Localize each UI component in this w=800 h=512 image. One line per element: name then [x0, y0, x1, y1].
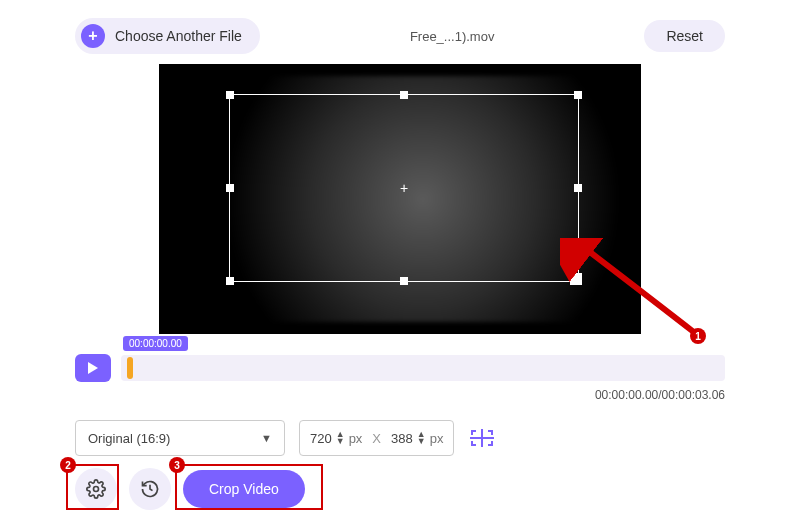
crop-handle-top-left[interactable]	[226, 91, 234, 99]
crop-handle-bottom-right[interactable]	[570, 273, 582, 285]
dimensions-input[interactable]: 720 ▲▼ px X 388 ▲▼ px	[299, 420, 454, 456]
history-button[interactable]	[129, 468, 171, 510]
reset-button[interactable]: Reset	[644, 20, 725, 52]
aspect-ratio-select[interactable]: Original (16:9) ▼	[75, 420, 285, 456]
svg-point-2	[94, 487, 99, 492]
crop-rectangle[interactable]: +	[229, 94, 579, 282]
center-crop-button[interactable]	[468, 427, 496, 449]
timeline-track[interactable]	[121, 355, 725, 381]
annotation-badge-2: 2	[60, 457, 76, 473]
play-button[interactable]	[75, 354, 111, 382]
top-bar: + Choose Another File Free_...1).mov Res…	[0, 0, 800, 54]
center-crop-icon	[468, 427, 496, 449]
gear-icon	[86, 479, 106, 499]
width-value[interactable]: 720	[310, 431, 332, 446]
choose-file-label: Choose Another File	[115, 28, 242, 44]
video-preview[interactable]: +	[159, 64, 641, 334]
crop-center-marker: +	[400, 180, 408, 196]
px-label-w: px	[349, 431, 363, 446]
height-value[interactable]: 388	[391, 431, 413, 446]
chevron-down-icon: ▼	[261, 432, 272, 444]
dimension-separator: X	[372, 431, 381, 446]
crop-handle-top-mid[interactable]	[400, 91, 408, 99]
current-filename: Free_...1).mov	[280, 29, 625, 44]
crop-handle-top-right[interactable]	[574, 91, 582, 99]
aspect-ratio-label: Original (16:9)	[88, 431, 170, 446]
crop-handle-bottom-mid[interactable]	[400, 277, 408, 285]
crop-video-label: Crop Video	[209, 481, 279, 497]
px-label-h: px	[430, 431, 444, 446]
choose-file-button[interactable]: + Choose Another File	[75, 18, 260, 54]
crop-handle-mid-left[interactable]	[226, 184, 234, 192]
crop-handle-mid-right[interactable]	[574, 184, 582, 192]
crop-video-button[interactable]: Crop Video	[183, 470, 305, 508]
bottom-controls-row: Crop Video	[75, 468, 800, 510]
plus-icon: +	[81, 24, 105, 48]
time-readout: 00:00:00.00/00:00:03.06	[0, 388, 725, 402]
play-icon	[88, 362, 98, 374]
timeline-cursor[interactable]	[127, 357, 133, 379]
timeline-section: 00:00:00.00	[75, 354, 725, 382]
width-stepper[interactable]: ▲▼	[336, 431, 345, 445]
annotation-badge-1: 1	[690, 328, 706, 344]
history-icon	[140, 479, 160, 499]
height-stepper[interactable]: ▲▼	[417, 431, 426, 445]
crop-controls-row: Original (16:9) ▼ 720 ▲▼ px X 388 ▲▼ px	[75, 420, 800, 456]
timeline-time-badge: 00:00:00.00	[123, 336, 188, 351]
settings-button[interactable]	[75, 468, 117, 510]
crop-handle-bottom-left[interactable]	[226, 277, 234, 285]
